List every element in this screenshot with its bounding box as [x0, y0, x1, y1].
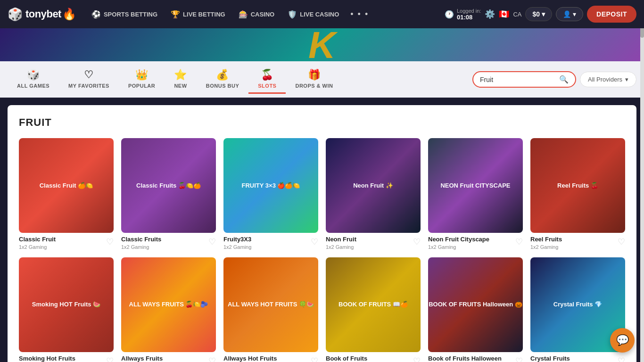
category-all-games[interactable]: 🎲 ALL GAMES: [8, 65, 59, 94]
settings-icon[interactable]: ⚙️: [485, 9, 495, 19]
favorite-button[interactable]: ♡: [618, 356, 625, 362]
game-name: Book of Fruits Halloween: [428, 355, 515, 362]
favorite-button[interactable]: ♡: [618, 237, 625, 247]
favorite-button[interactable]: ♡: [208, 356, 216, 362]
game-name: Reel Fruits: [530, 236, 618, 243]
game-card-crystal-fruits[interactable]: Crystal Fruits 💎 Crystal Fruits Amatic ♡: [530, 257, 625, 362]
game-info: Allways Fruits Amatic ♡: [121, 355, 216, 362]
game-details: Book of Fruits Halloween Amatic: [428, 355, 515, 362]
logo[interactable]: 🎲 tonybet 🔥: [8, 7, 76, 22]
navbar: 🎲 tonybet 🔥 ⚽ SPORTS BETTING 🏆 LIVE BETT…: [0, 0, 644, 28]
category-favorites[interactable]: ♡ MY FAVORITES: [59, 65, 119, 94]
game-card-reel-fruits[interactable]: Reel Fruits 🍒 Reel Fruits 1x2 Gaming ♡: [530, 138, 625, 250]
category-bonus-buy[interactable]: 💰 BONUS BUY: [197, 65, 249, 94]
main-content: FRUIT Classic Fruit 🍊🍋 Classic Fruit 1x2…: [8, 105, 636, 362]
nav-live-casino[interactable]: 🛡️ LIVE CASINO: [282, 6, 345, 23]
game-card-classic-fruits[interactable]: Classic Fruits 🍒🍋🍊 Classic Fruits 1x2 Ga…: [121, 138, 216, 250]
category-drops-wins[interactable]: 🎁 DROPS & WIN: [286, 65, 342, 94]
game-thumbnail: ALL WAYS FRUITS 🍒🍋🫐: [121, 257, 216, 352]
logged-in-info: 🕐 Logged in: 01:08: [445, 8, 481, 21]
game-provider: 1x2 Gaming: [428, 244, 515, 250]
game-card-smoking-hot-fruits[interactable]: Smoking HOT Fruits 🍉 Smoking Hot Fruits …: [19, 257, 114, 362]
game-name: Classic Fruits: [121, 236, 208, 243]
game-details: Reel Fruits 1x2 Gaming: [530, 236, 618, 250]
favorite-button[interactable]: ♡: [106, 237, 114, 247]
favorite-button[interactable]: ♡: [515, 237, 523, 247]
popular-icon: 👑: [135, 69, 149, 81]
nav-right: 🕐 Logged in: 01:08 ⚙️ 🇨🇦 CA $0 ▾ 👤 ▾ DEP…: [445, 6, 636, 23]
favorite-button[interactable]: ♡: [311, 237, 318, 247]
game-card-fruity3x3[interactable]: FRUITY 3×3 🍎🍊🍋 Fruity3X3 1x2 Gaming ♡: [223, 138, 318, 250]
chat-button[interactable]: 💬: [610, 328, 635, 353]
chevron-down-icon: ▾: [625, 76, 628, 83]
session-time: 01:08: [457, 14, 481, 21]
game-name: Allways Hot Fruits: [223, 355, 311, 362]
game-details: Smoking Hot Fruits 1x2 Gaming: [19, 355, 106, 362]
game-name: Book of Fruits: [326, 355, 413, 362]
drops-wins-icon: 🎁: [308, 69, 321, 81]
game-info: Book of Fruits Amatic ♡: [326, 355, 421, 362]
game-name: Classic Fruit: [19, 236, 106, 243]
hero-banner: K: [0, 28, 644, 61]
category-popular[interactable]: 👑 POPULAR: [119, 65, 165, 94]
game-card-neon-fruit-cityscape[interactable]: NEON Fruit CITYSCAPE Neon Fruit Cityscap…: [428, 138, 523, 250]
nav-sports-betting[interactable]: ⚽ SPORTS BETTING: [86, 6, 163, 23]
game-card-book-of-fruits[interactable]: BOOK OF FRUITS 📖🍊 Book of Fruits Amatic …: [326, 257, 421, 362]
game-details: Fruity3X3 1x2 Gaming: [223, 236, 311, 250]
nav-more[interactable]: • • •: [347, 6, 372, 23]
slots-icon: 🍒: [261, 69, 274, 81]
game-details: Allways Hot Fruits Amatic: [223, 355, 311, 362]
bonus-buy-icon: 💰: [216, 69, 229, 81]
deposit-button[interactable]: DEPOSIT: [587, 6, 636, 23]
game-name: Crystal Fruits: [530, 355, 618, 362]
nav-live-betting[interactable]: 🏆 LIVE BETTING: [165, 6, 231, 23]
game-card-classic-fruit[interactable]: Classic Fruit 🍊🍋 Classic Fruit 1x2 Gamin…: [19, 138, 114, 250]
category-bar: 🎲 ALL GAMES ♡ MY FAVORITES 👑 POPULAR ⭐ N…: [0, 61, 644, 98]
game-image: BOOK OF FRUITS Halloween 🎃: [428, 257, 523, 352]
category-new[interactable]: ⭐ NEW: [165, 65, 197, 94]
games-grid: Classic Fruit 🍊🍋 Classic Fruit 1x2 Gamin…: [19, 138, 625, 362]
game-info: Reel Fruits 1x2 Gaming ♡: [530, 236, 625, 250]
country-code: CA: [513, 11, 521, 18]
game-details: Book of Fruits Amatic: [326, 355, 413, 362]
search-box: 🔍: [472, 71, 576, 88]
game-image: FRUITY 3×3 🍎🍊🍋: [223, 138, 318, 233]
logged-in-label: Logged in:: [457, 8, 481, 14]
game-details: Classic Fruits 1x2 Gaming: [121, 236, 208, 250]
nav-casino[interactable]: 🎰 CASINO: [233, 6, 281, 23]
search-area: 🔍 All Providers ▾: [472, 71, 636, 88]
game-card-allways-fruits[interactable]: ALL WAYS FRUITS 🍒🍋🫐 Allways Fruits Amati…: [121, 257, 216, 362]
game-image: Classic Fruits 🍒🍋🍊: [121, 138, 216, 233]
user-icon: 👤: [563, 10, 571, 18]
balance-button[interactable]: $0 ▾: [525, 7, 552, 21]
game-thumbnail: NEON Fruit CITYSCAPE: [428, 138, 523, 233]
sports-icon: ⚽: [91, 10, 101, 19]
game-details: Classic Fruit 1x2 Gaming: [19, 236, 106, 250]
logo-flame: 🔥: [62, 8, 76, 21]
favorite-button[interactable]: ♡: [413, 356, 421, 362]
category-slots[interactable]: 🍒 SLOTS: [248, 65, 286, 94]
game-name: Neon Fruit: [326, 236, 413, 243]
game-details: Allways Fruits Amatic: [121, 355, 208, 362]
game-thumbnail: FRUITY 3×3 🍎🍊🍋: [223, 138, 318, 233]
favorite-button[interactable]: ♡: [311, 356, 318, 362]
game-name: Smoking Hot Fruits: [19, 355, 106, 362]
favorite-button[interactable]: ♡: [413, 237, 421, 247]
game-thumbnail: ALL WAYS HOT FRUITS 🍀🍉: [223, 257, 318, 352]
user-account-button[interactable]: 👤 ▾: [556, 7, 583, 21]
search-icon[interactable]: 🔍: [559, 75, 569, 84]
game-image: Classic Fruit 🍊🍋: [19, 138, 114, 233]
favorite-button[interactable]: ♡: [208, 237, 216, 247]
favorite-button[interactable]: ♡: [515, 356, 523, 362]
all-games-icon: 🎲: [27, 69, 40, 81]
favorite-button[interactable]: ♡: [106, 356, 114, 362]
game-card-book-of-fruits-halloween[interactable]: BOOK OF FRUITS Halloween 🎃 Book of Fruit…: [428, 257, 523, 362]
provider-filter-dropdown[interactable]: All Providers ▾: [580, 72, 636, 87]
nav-items: ⚽ SPORTS BETTING 🏆 LIVE BETTING 🎰 CASINO…: [86, 6, 441, 23]
game-info: Fruity3X3 1x2 Gaming ♡: [223, 236, 318, 250]
live-casino-icon: 🛡️: [288, 10, 297, 19]
scrollbar-track[interactable]: [640, 0, 644, 362]
game-card-allways-hot-fruits[interactable]: ALL WAYS HOT FRUITS 🍀🍉 Allways Hot Fruit…: [223, 257, 318, 362]
search-input[interactable]: [480, 76, 555, 83]
game-card-neon-fruit[interactable]: Neon Fruit ✨ Neon Fruit 1x2 Gaming ♡: [326, 138, 421, 250]
